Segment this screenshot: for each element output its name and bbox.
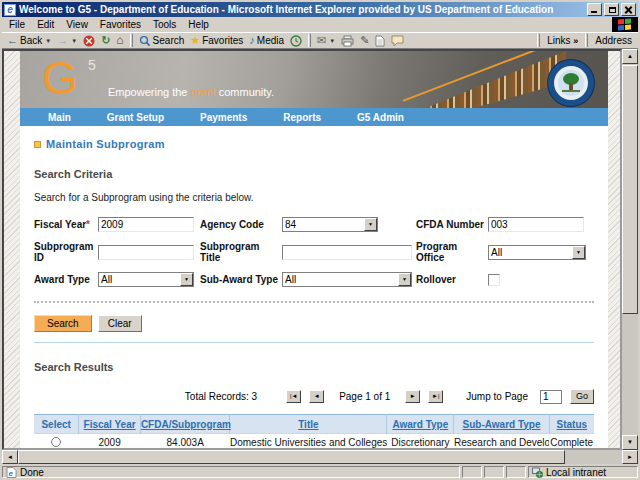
chevron-down-icon[interactable]: ▼ bbox=[364, 218, 377, 231]
forward-dropdown-icon[interactable]: ▼ bbox=[71, 38, 77, 44]
refresh-button[interactable]: ↻ bbox=[98, 34, 113, 47]
results-table: Select Fiscal Year CFDA/Subprogram Title… bbox=[34, 414, 594, 450]
scroll-right-icon[interactable]: ► bbox=[622, 450, 638, 464]
toolbar-separator bbox=[537, 34, 540, 47]
toolbar-separator bbox=[130, 34, 133, 47]
col-award-type[interactable]: Award Type bbox=[387, 415, 454, 434]
media-button[interactable]: ♪ Media bbox=[246, 34, 287, 47]
history-button[interactable] bbox=[287, 34, 305, 48]
first-page-button[interactable]: |◄ bbox=[286, 390, 301, 403]
status-pane bbox=[462, 466, 482, 478]
media-label: Media bbox=[257, 35, 284, 46]
discuss-button[interactable] bbox=[388, 34, 407, 48]
prev-page-button[interactable]: ◄ bbox=[309, 390, 324, 403]
favorites-button[interactable]: ★ Favorites bbox=[187, 34, 246, 47]
minimize-icon bbox=[591, 11, 597, 13]
menu-favorites[interactable]: Favorites bbox=[95, 18, 146, 31]
next-page-button[interactable]: ► bbox=[405, 390, 420, 403]
links-bar[interactable]: Links » bbox=[543, 35, 582, 46]
mail-button[interactable]: ✉ ▼ bbox=[314, 34, 338, 47]
document-button[interactable] bbox=[372, 34, 388, 48]
main-nav: Main Grant Setup Payments Reports G5 Adm… bbox=[20, 108, 608, 126]
status-pane bbox=[484, 466, 504, 478]
col-sub-award-type[interactable]: Sub-Award Type bbox=[454, 415, 549, 434]
col-fiscal-year[interactable]: Fiscal Year bbox=[79, 415, 141, 434]
menu-bar: File Edit View Favorites Tools Help bbox=[2, 17, 638, 32]
mail-dropdown-icon[interactable]: ▼ bbox=[329, 38, 335, 44]
back-dropdown-icon[interactable]: ▼ bbox=[45, 38, 51, 44]
nav-reports[interactable]: Reports bbox=[283, 112, 321, 123]
menu-edit[interactable]: Edit bbox=[32, 18, 59, 31]
menu-help[interactable]: Help bbox=[183, 18, 214, 31]
table-row: 2009 84.003A Domestic Universities and C… bbox=[34, 434, 594, 451]
search-label: Search bbox=[153, 35, 185, 46]
nav-payments[interactable]: Payments bbox=[200, 112, 247, 123]
page-status-icon: e bbox=[6, 467, 17, 478]
back-button[interactable]: ← Back ▼ bbox=[4, 34, 54, 47]
program-office-select[interactable]: All▼ bbox=[488, 245, 586, 260]
address-bar[interactable]: Address bbox=[591, 35, 636, 46]
back-icon: ← bbox=[7, 35, 18, 46]
menu-tools[interactable]: Tools bbox=[148, 18, 181, 31]
clear-button[interactable]: Clear bbox=[98, 315, 142, 332]
search-form: Fiscal Year* Agency Code 84▼ CFDA Number… bbox=[34, 217, 594, 287]
vertical-scroll-thumb[interactable] bbox=[622, 65, 638, 314]
links-label: Links bbox=[547, 35, 570, 46]
horizontal-scroll-thumb[interactable] bbox=[18, 450, 565, 464]
edit-button[interactable]: ✎ bbox=[357, 34, 372, 47]
ie-throbber bbox=[612, 17, 638, 32]
forward-icon: → bbox=[57, 35, 68, 46]
restore-button[interactable] bbox=[604, 3, 619, 16]
chevron-down-icon[interactable]: ▼ bbox=[180, 273, 193, 286]
col-select: Select bbox=[34, 415, 79, 434]
nav-g5-admin[interactable]: G5 Admin bbox=[357, 112, 404, 123]
cfda-number-label: CFDA Number bbox=[416, 219, 488, 230]
award-type-select[interactable]: All▼ bbox=[98, 272, 194, 287]
refresh-icon: ↻ bbox=[101, 35, 110, 46]
go-button[interactable]: Go bbox=[570, 389, 594, 404]
vertical-scrollbar[interactable]: ▲ ▼ bbox=[622, 49, 638, 450]
scroll-down-icon[interactable]: ▼ bbox=[622, 435, 638, 450]
sub-award-type-select[interactable]: All▼ bbox=[282, 272, 412, 287]
horizontal-scrollbar[interactable]: ◄ ► bbox=[2, 450, 638, 464]
menu-file[interactable]: File bbox=[4, 18, 30, 31]
page-title: Maintain Subprogram bbox=[46, 138, 165, 150]
col-cfda-subprogram[interactable]: CFDA/Subprogram bbox=[140, 415, 230, 434]
page-viewport: G 5 Empowering the grant community. bbox=[2, 49, 622, 450]
favorites-label: Favorites bbox=[202, 35, 243, 46]
history-icon bbox=[290, 35, 302, 47]
cell-title: Domestic Universities and Colleges bbox=[230, 434, 387, 451]
menu-view[interactable]: View bbox=[61, 18, 93, 31]
jump-to-page-input[interactable] bbox=[540, 390, 562, 404]
rollover-checkbox[interactable] bbox=[488, 274, 500, 286]
subprogram-title-label: Subprogram Title bbox=[200, 241, 282, 263]
fiscal-year-input[interactable] bbox=[98, 217, 194, 232]
subprogram-title-input[interactable] bbox=[282, 245, 412, 260]
stop-button[interactable] bbox=[80, 34, 98, 48]
nav-main[interactable]: Main bbox=[48, 112, 71, 123]
browser-window: e Welcome to G5 - Department of Educatio… bbox=[0, 0, 640, 480]
search-button[interactable]: Search bbox=[136, 34, 188, 48]
col-status[interactable]: Status bbox=[549, 415, 594, 434]
program-office-label: Program Office bbox=[416, 241, 488, 263]
scroll-up-icon[interactable]: ▲ bbox=[622, 49, 638, 64]
row-select-radio[interactable] bbox=[51, 437, 61, 447]
cfda-number-input[interactable] bbox=[488, 217, 584, 232]
nav-grant-setup[interactable]: Grant Setup bbox=[107, 112, 164, 123]
print-button[interactable] bbox=[338, 34, 357, 48]
links-chevron-icon: » bbox=[573, 36, 578, 46]
chevron-down-icon[interactable]: ▼ bbox=[398, 273, 411, 286]
forward-button[interactable]: → ▼ bbox=[54, 34, 80, 47]
last-page-button[interactable]: ►| bbox=[428, 390, 443, 403]
search-submit-button[interactable]: Search bbox=[34, 315, 92, 332]
cell-fiscal-year: 2009 bbox=[79, 434, 141, 451]
windows-flag-icon bbox=[618, 19, 632, 31]
minimize-button[interactable] bbox=[587, 3, 602, 16]
chevron-down-icon[interactable]: ▼ bbox=[572, 246, 585, 259]
subprogram-id-input[interactable] bbox=[98, 245, 194, 260]
home-button[interactable]: ⌂ bbox=[113, 34, 126, 47]
scroll-left-icon[interactable]: ◄ bbox=[2, 450, 18, 464]
col-title[interactable]: Title bbox=[230, 415, 387, 434]
agency-code-select[interactable]: 84▼ bbox=[282, 217, 378, 232]
close-button[interactable] bbox=[621, 3, 636, 16]
